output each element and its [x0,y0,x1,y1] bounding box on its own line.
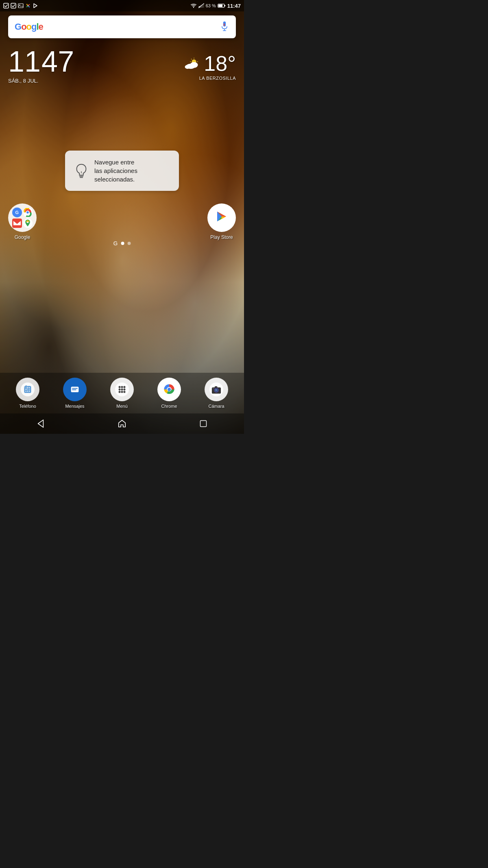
svg-rect-73 [215,386,218,387]
svg-point-60 [119,391,121,393]
clock-minutes: 47 [41,47,74,76]
svg-point-27 [190,62,198,68]
apps-icon [110,378,134,401]
svg-point-55 [121,386,123,388]
dock-menu[interactable]: Menú [110,378,134,409]
google-folder-app[interactable]: G [8,203,37,240]
page-g-indicator: G [113,240,118,247]
svg-point-56 [123,386,125,388]
svg-point-59 [123,388,125,390]
camera-icon [205,378,228,401]
svg-marker-5 [34,4,37,8]
chrome-label: Chrome [161,404,177,409]
home-button[interactable] [114,415,130,432]
chrome-icon [157,378,181,401]
svg-line-24 [192,59,192,59]
svg-point-58 [121,388,123,390]
svg-point-4 [28,5,28,6]
google-g-mini: G [12,208,22,217]
image-icon [18,3,24,9]
svg-point-61 [121,391,123,393]
play-icon [33,3,38,9]
page-indicators: G [113,240,131,247]
google-folder-label: Google [15,234,30,240]
voice-search-button[interactable] [220,20,229,34]
play-store-label: Play Store [210,234,233,240]
recent-button[interactable] [195,415,211,432]
svg-rect-2 [18,4,23,8]
svg-rect-13 [224,5,225,6]
mensajes-label: Mensajes [65,404,84,409]
chrome-mini [23,208,33,217]
google-logo: Google [15,22,43,32]
svg-point-65 [168,388,171,391]
svg-rect-0 [4,3,9,8]
svg-point-48 [29,391,30,392]
svg-point-71 [216,389,216,390]
telefono-label: Teléfono [19,404,36,409]
play-store-icon-circle [207,203,236,232]
dock: Teléfono Mensajes [0,373,244,413]
hint-text: Navegue entre las aplicaciones seleccion… [94,158,137,184]
status-time: 11:47 [227,3,241,9]
gmail-mini [12,219,22,228]
svg-rect-1 [11,3,16,8]
page-dot-active [121,242,124,245]
back-button[interactable] [33,415,49,432]
svg-rect-76 [200,421,207,427]
clock-date: SÁB., 8 JUL. [8,78,74,84]
battery-icon [218,3,226,8]
signal-icon [198,3,204,8]
weather-widget: 18° LA BERZOSILLA [184,53,236,81]
dock-camara[interactable]: Cámara [205,378,228,409]
svg-marker-75 [38,420,44,427]
messages-icon [63,378,87,401]
dock-chrome[interactable]: Chrome [157,378,181,409]
hint-card: Navegue entre las aplicaciones seleccion… [65,151,179,191]
home-apps-row: G [0,203,244,240]
page-dot-2 [127,242,131,245]
weather-location: LA BERZOSILLA [199,76,236,81]
svg-rect-14 [218,4,222,7]
svg-rect-72 [213,388,214,389]
svg-point-47 [27,391,28,392]
svg-point-46 [25,391,26,392]
battery-percentage: 63 % [206,3,216,8]
status-right-icons: 63 % 11:47 [190,3,241,9]
svg-point-6 [193,7,194,8]
wifi-icon [190,3,197,8]
dock-telefono[interactable]: Teléfono [16,378,39,409]
google-folder-icon: G [8,203,37,232]
google-search-bar[interactable]: Google [8,15,236,38]
clock-widget: 11 47 SÁB., 8 JUL. [8,47,74,84]
nav-bar [0,413,244,434]
checkbox-icon-1 [3,3,9,9]
maps-mini [23,219,33,228]
svg-rect-18 [224,23,224,26]
svg-point-34 [27,211,29,214]
svg-point-57 [119,388,121,390]
status-bar: 63 % 11:47 [0,0,244,11]
dock-mensajes[interactable]: Mensajes [63,378,87,409]
status-left-icons [3,3,38,9]
checkbox-icon-2 [11,3,16,9]
svg-point-70 [215,389,218,391]
svg-point-62 [123,391,125,393]
clock-hour: 11 [8,47,41,76]
phone-icon [16,378,39,401]
pinwheel-icon [25,3,31,9]
svg-point-54 [119,386,121,388]
menu-label: Menú [116,404,128,409]
lightbulb-icon [75,163,88,179]
play-store-app[interactable]: Play Store [207,203,236,240]
svg-point-28 [185,65,190,69]
camara-label: Cámara [208,404,224,409]
weather-cloud-icon [184,57,200,70]
play-store-icon [211,208,232,228]
weather-temperature: 18° [204,53,236,74]
